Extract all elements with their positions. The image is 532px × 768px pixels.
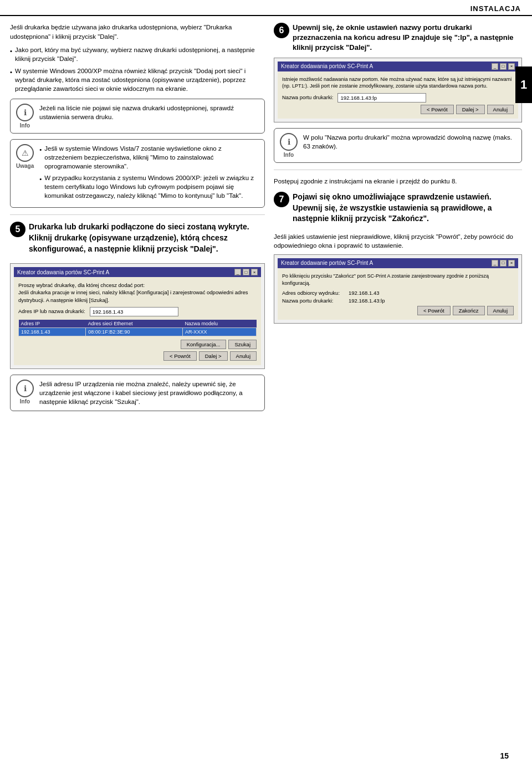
intro-bullet1: • Jako port, który ma być używany, wybie…: [10, 45, 265, 63]
page-header: INSTALACJA: [0, 0, 532, 16]
warning-bullet2-text: W przypadku korzystania z systemu Window…: [44, 173, 259, 200]
step7-port-row: Nazwa portu drukarki: 192.168.1.43:lp: [282, 298, 514, 304]
info-text-1: Jeżeli na liście nie pojawi się nazwa dr…: [39, 104, 259, 121]
right-column: 6 Upewnij się, że oknie ustawień nazwy p…: [274, 23, 522, 417]
step6-port-label: Nazwa portu drukarki:: [282, 94, 333, 100]
table-row[interactable]: 192.168.1.43 08:00:1F:B2:3E:90 AR-XXXX: [19, 328, 257, 336]
info-box-2: ℹ Info W polu "Nazwa portu drukarki" moż…: [274, 128, 522, 163]
step6-next-btn[interactable]: Dalej >: [456, 105, 485, 114]
step5-ss-desc: Proszę wybrać drukarkę, dla której chces…: [18, 281, 257, 304]
step7-title: Pojawi się okno umożliwiające sprawdzeni…: [293, 192, 522, 224]
step7-screenshot: Kreator dodawanie portów SC-Print A _ □ …: [274, 254, 522, 324]
intro-bullet2: • W systemie Windows 2000/XP można równi…: [10, 66, 265, 93]
step6-back-btn[interactable]: < Powrót: [421, 105, 454, 114]
info-badge-1: ℹ Info: [16, 104, 34, 129]
info-box-3: ℹ Info Jeśli adresu IP urządzenia nie mo…: [10, 375, 265, 411]
ss-maximize-btn[interactable]: □: [243, 269, 249, 275]
step6-ss-btns: _ □ ×: [492, 63, 515, 70]
row1-mac: 08:00:1F:B2:3E:90: [86, 328, 183, 336]
warning-bullet1: • Jeśli w systemie Windows Vista/7 zosta…: [39, 144, 259, 171]
step6-ss-info: Istnieje możliwość nadawania nazw portom…: [282, 76, 514, 90]
intro-para1: Jeśli drukarka będzie używana jako druka…: [10, 23, 265, 41]
ss7-close-btn[interactable]: ×: [508, 260, 515, 267]
intro-section: Jeśli drukarka będzie używana jako druka…: [10, 23, 265, 93]
ss7-minimize-btn[interactable]: _: [492, 260, 498, 267]
divider1: [10, 214, 265, 215]
step7-circle: 7: [274, 192, 289, 207]
ss-close-btn[interactable]: ×: [251, 269, 258, 275]
step5-table: Adres IP Adres sieci Ethernet Nazwa mode…: [18, 320, 257, 336]
step6-cancel-btn[interactable]: Anuluj: [487, 105, 514, 114]
step7-ss-body: Po kliknięciu przycisku "Zakończ" port S…: [278, 268, 518, 320]
step6-port-row: Nazwa portu drukarki: 192.168.1.43:lp: [282, 93, 514, 103]
step7-desc: Jeśli jakieś ustawienie jest nieprawidło…: [274, 232, 522, 250]
sidebar-number: 1: [515, 66, 532, 103]
step7-section: 7 Pojawi się okno umożliwiające sprawdze…: [274, 192, 522, 324]
step6-header: 6 Upewnij się, że oknie ustawień nazwy p…: [274, 23, 522, 53]
col-model: Nazwa modelu: [182, 320, 256, 328]
ss6-close-btn[interactable]: ×: [508, 63, 515, 70]
search-button[interactable]: Szukaj: [228, 340, 257, 349]
config-button[interactable]: Konfiguracja...: [181, 340, 227, 349]
step6-circle: 6: [274, 23, 289, 38]
step5-screenshot: Kreator dodawania portów SC-Print A _ □ …: [10, 263, 265, 369]
step7-header: 7 Pojawi się okno umożliwiające sprawdze…: [274, 192, 522, 228]
step7-ss-title: Kreator dodawanie portów SC-Print A: [281, 260, 373, 266]
info-box-1: ℹ Info Jeżeli na liście nie pojawi się n…: [10, 99, 265, 134]
step7-port-label: Nazwa portu drukarki:: [282, 298, 349, 304]
step6-port-input[interactable]: 192.168.1.43:lp: [337, 93, 426, 103]
col-mac: Adres sieci Ethernet: [86, 320, 183, 328]
ss6-minimize-btn[interactable]: _: [492, 63, 498, 70]
step5-cancel-btn[interactable]: Anuluj: [230, 351, 257, 361]
step7-addr-row: Adres odbiorcy wydruku: 192.168.1.43: [282, 290, 514, 296]
step5-ss-titlebar: Kreator dodawania portów SC-Print A _ □ …: [14, 267, 261, 277]
step5-header: 5 Drukarka lub drukarki podłączone do si…: [10, 222, 265, 259]
step7-back-btn[interactable]: < Powrót: [417, 306, 451, 315]
step5-ss-body: Proszę wybrać drukarkę, dla której chces…: [14, 277, 261, 365]
warning-label: Uwaga: [16, 163, 34, 169]
step6-ss-body: Istnieje możliwość nadawania nazw portom…: [278, 71, 518, 119]
info-icon-2: ℹ: [280, 133, 298, 151]
row1-ip: 192.168.1.43: [19, 328, 86, 336]
warning-content: • Jeśli w systemie Windows Vista/7 zosta…: [39, 144, 259, 203]
step7-nav-btns: < Powrót Zakończ Anuluj: [282, 306, 514, 315]
step7-ss-btns: _ □ ×: [492, 260, 515, 267]
step5-title: Drukarka lub drukarki podłączone do siec…: [29, 222, 265, 254]
ss-minimize-btn[interactable]: _: [234, 269, 241, 275]
left-column: Jeśli drukarka będzie używana jako druka…: [10, 23, 265, 417]
col-ip: Adres IP: [19, 320, 86, 328]
intro-bullet2-text: W systemie Windows 2000/XP można również…: [15, 66, 265, 93]
step5-ip-input[interactable]: 192.168.1.43: [90, 307, 178, 316]
warning-bullet2: • W przypadku korzystania z systemu Wind…: [39, 173, 259, 200]
step5-config-row: Konfiguracja... Szukaj: [18, 340, 257, 349]
info-badge-3: ℹ Info: [16, 380, 34, 405]
info-icon-1: ℹ: [16, 104, 34, 121]
step7-cancel-btn[interactable]: Anuluj: [487, 306, 514, 315]
step5-ip-label: Adres IP lub nazwa drukarki:: [18, 308, 85, 314]
intro-bullet1-text: Jako port, który ma być używany, wybierz…: [15, 45, 265, 63]
warning-box: ⚠ Uwaga • Jeśli w systemie Windows Vista…: [10, 139, 265, 208]
warning-bullet1-text: Jeśli w systemie Windows Vista/7 zostani…: [44, 144, 259, 171]
step6-ss-titlebar: Kreator dodawania portów SC-Print A _ □ …: [278, 62, 518, 71]
step5-next-btn[interactable]: Dalej >: [199, 351, 228, 361]
ss7-maximize-btn[interactable]: □: [500, 260, 507, 267]
info-text-3: Jeśli adresu IP urządzenia nie można zna…: [39, 380, 259, 406]
step5-nav-btns: < Powrót Dalej > Anuluj: [18, 351, 257, 361]
page-number: 15: [500, 751, 509, 760]
warning-badge: ⚠ Uwaga: [16, 144, 34, 169]
step5-ip-row: Adres IP lub nazwa drukarki: 192.168.1.4…: [18, 307, 257, 316]
step5-ss-title: Kreator dodawania portów SC-Print A: [17, 269, 109, 275]
page-title: INSTALACJA: [470, 4, 521, 13]
step6-screenshot: Kreator dodawania portów SC-Print A _ □ …: [274, 58, 522, 122]
step6-nav-btns: < Powrót Dalej > Anuluj: [282, 105, 514, 114]
bullet-dot2: •: [10, 68, 12, 76]
step7-finish-btn[interactable]: Zakończ: [453, 306, 485, 315]
info-text-2: W polu "Nazwa portu drukarki" można wpro…: [303, 133, 516, 151]
info-label-3: Info: [20, 398, 30, 405]
info-badge-2: ℹ Info: [280, 133, 298, 158]
bullet-dot: •: [10, 47, 12, 55]
ss6-maximize-btn[interactable]: □: [500, 63, 507, 70]
step7-ss-titlebar: Kreator dodawanie portów SC-Print A _ □ …: [278, 258, 518, 268]
goto-text: Postępuj zgodnie z instrukcjami na ekran…: [274, 177, 522, 186]
step5-back-btn[interactable]: < Powrót: [163, 351, 197, 361]
